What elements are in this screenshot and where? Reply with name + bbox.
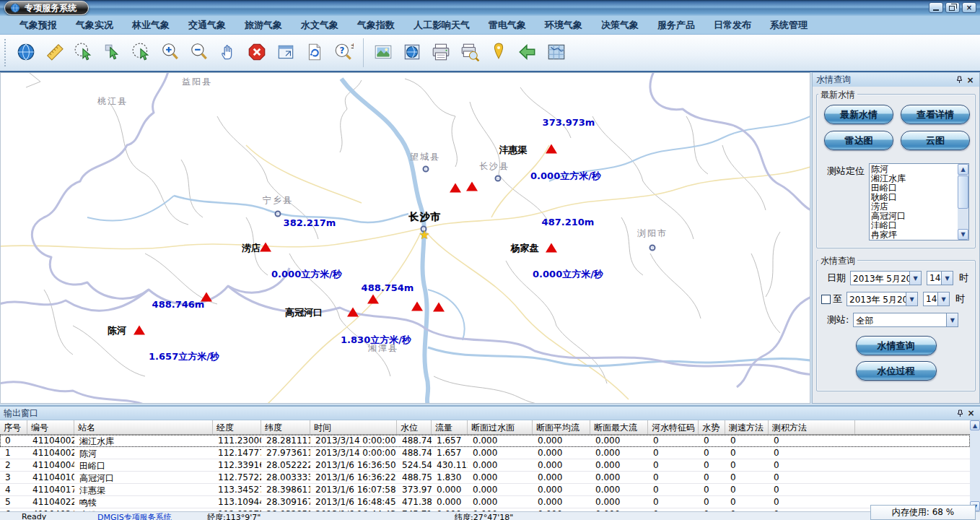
menu-item[interactable]: 气象实况 — [66, 19, 123, 32]
chevron-down-icon[interactable]: ▼ — [941, 272, 953, 285]
toolbar-button[interactable] — [300, 38, 329, 68]
toolbar-button[interactable] — [513, 38, 542, 68]
column-header[interactable]: 时间 — [310, 420, 397, 434]
close-panel-icon[interactable]: × — [965, 75, 976, 85]
to-date-checkbox[interactable] — [821, 295, 831, 304]
toolbar-button[interactable] — [98, 38, 127, 68]
column-header[interactable]: 纬度 — [261, 420, 310, 434]
column-header[interactable]: 序号 — [0, 420, 27, 434]
chevron-down-icon[interactable]: ▼ — [937, 292, 949, 306]
station-list-item[interactable]: 沣惠渠 — [871, 240, 957, 240]
column-header[interactable]: 流量 — [432, 420, 468, 434]
toolbar-button[interactable] — [127, 38, 156, 68]
toolbar-button[interactable] — [242, 38, 271, 68]
station-marker-icon[interactable] — [347, 308, 359, 317]
chevron-down-icon[interactable]: ▼ — [906, 292, 917, 306]
toolbar-button[interactable] — [484, 38, 513, 68]
column-header[interactable]: 断面平均流 — [533, 420, 590, 434]
station-marker-icon[interactable] — [433, 303, 445, 312]
column-header[interactable]: 水位 — [397, 420, 432, 434]
scroll-up-icon[interactable]: ▲ — [958, 164, 968, 175]
column-header[interactable]: 河水特征码 — [648, 420, 699, 434]
toolbar-button[interactable] — [214, 38, 242, 68]
table-row[interactable]: 241104004田峪口112.33916728.0522222013/1/6 … — [0, 459, 970, 472]
station-listbox[interactable]: 陈河湘江水库田峪口耿峪口涝店高冠河口沣峪口冉家坪沣惠渠 ▲ ▼ — [869, 163, 969, 240]
station-marker-icon[interactable] — [466, 182, 478, 191]
table-row[interactable]: 341104010高冠河口112.75722228.0033332013/1/6… — [0, 472, 970, 484]
chevron-down-icon[interactable]: ▼ — [909, 272, 921, 285]
hour-from-select[interactable]: 14 ▼ — [927, 271, 953, 285]
menu-item[interactable]: 气象预报 — [10, 19, 66, 32]
menu-item[interactable]: 环境气象 — [535, 19, 592, 32]
scroll-up-icon[interactable]: ▲ — [970, 420, 980, 430]
menu-item[interactable]: 人工影响天气 — [404, 19, 479, 32]
toolbar-button[interactable] — [156, 38, 185, 68]
toolbar-button[interactable] — [426, 38, 455, 68]
cloud-image-button[interactable]: 云图 — [901, 131, 970, 150]
minimize-button[interactable] — [929, 2, 943, 13]
listbox-scrollbar[interactable]: ▲ ▼ — [958, 164, 968, 240]
latest-water-button[interactable]: 最新水情 — [824, 105, 893, 124]
menu-item[interactable]: 雷电气象 — [479, 19, 535, 32]
station-select[interactable]: 全部 ▼ — [853, 313, 958, 327]
table-row[interactable]: 441104017沣惠渠113.34527828.3986112013/1/6 … — [0, 484, 970, 496]
menu-item[interactable]: 服务产品 — [648, 19, 704, 32]
toolbar-button[interactable] — [455, 38, 484, 68]
menu-item[interactable]: 交通气象 — [179, 19, 235, 32]
column-header[interactable]: 测速方法 — [725, 420, 769, 434]
column-header[interactable]: 测积方法 — [769, 420, 855, 434]
menu-item[interactable]: 水文气象 — [292, 19, 348, 32]
column-header[interactable]: 水势 — [699, 420, 725, 434]
scroll-down-icon[interactable]: ▼ — [958, 229, 968, 240]
column-header[interactable]: 断面过水面 — [468, 420, 533, 434]
scrollbar-thumb[interactable] — [958, 176, 968, 209]
water-query-button[interactable]: 水情查询 — [856, 336, 937, 355]
table-cell: 0.000 — [468, 472, 533, 483]
station-marker-icon[interactable] — [450, 183, 461, 193]
menu-item[interactable]: 决策气象 — [592, 19, 648, 32]
water-level-process-button[interactable]: 水位过程 — [856, 361, 937, 381]
toolbar-button[interactable] — [40, 38, 69, 68]
column-header[interactable]: 编号 — [27, 420, 74, 434]
menu-item[interactable]: 系统管理 — [761, 19, 817, 32]
map-view[interactable]: 益阳县桃江县宁乡县望城县长沙县浏阳市湘潭县长沙市沣惠渠涝店杨家盘高冠河口陈河37… — [0, 72, 810, 404]
toolbar-button[interactable]: ?± — [329, 38, 358, 68]
toolbar-button[interactable] — [398, 38, 426, 68]
pin-icon[interactable] — [954, 75, 965, 85]
radar-chart-button[interactable]: 雷达图 — [824, 131, 893, 150]
close-button[interactable]: × — [962, 2, 976, 13]
table-row[interactable]: 541104022鸣犊113.10944428.3091672013/1/6 1… — [0, 496, 970, 508]
toolbar-button[interactable] — [12, 38, 40, 68]
toolbar-button[interactable] — [271, 38, 300, 68]
station-marker-icon[interactable] — [201, 292, 212, 302]
date-to-select[interactable]: 2013年 5月20日 ▼ — [846, 292, 918, 306]
table-scrollbar[interactable]: ▲ ▼ — [970, 420, 980, 511]
date-from-select[interactable]: 2013年 5月20日 ▼ — [850, 271, 922, 285]
menu-item[interactable]: 林业气象 — [123, 19, 179, 32]
view-details-button[interactable]: 查看详情 — [901, 105, 970, 124]
menu-item[interactable]: 日常发布 — [704, 19, 761, 32]
station-marker-icon[interactable] — [260, 243, 271, 252]
toolbar-button[interactable] — [369, 38, 398, 68]
station-marker-icon[interactable] — [411, 302, 423, 311]
table-row[interactable]: 041104002湘江水库111.23000028.2811112013/3/1… — [0, 435, 970, 447]
menu-item[interactable]: 旅游气象 — [235, 19, 292, 32]
column-header[interactable]: 经度 — [213, 420, 261, 434]
toolbar-button[interactable] — [542, 38, 571, 68]
toolbar-button[interactable] — [69, 38, 98, 68]
pin-icon[interactable] — [955, 408, 966, 418]
station-marker-icon[interactable] — [134, 326, 145, 335]
station-marker-icon[interactable] — [546, 243, 557, 253]
chevron-down-icon[interactable]: ▼ — [946, 313, 958, 326]
column-header[interactable]: 站名 — [74, 420, 213, 434]
toolbar-button[interactable] — [185, 38, 214, 68]
hour-to-select[interactable]: 14 ▼ — [923, 292, 950, 306]
close-panel-icon[interactable]: × — [966, 408, 976, 418]
table-row[interactable]: 141104002陈河112.14777827.9736112013/3/14 … — [0, 447, 970, 459]
column-header[interactable]: 断面最大流 — [590, 420, 648, 434]
menu-item[interactable]: 气象指数 — [348, 19, 404, 32]
restore-button[interactable] — [945, 2, 960, 13]
map-canvas[interactable] — [1, 73, 810, 404]
station-marker-icon[interactable] — [546, 144, 557, 154]
station-marker-icon[interactable] — [367, 295, 379, 304]
